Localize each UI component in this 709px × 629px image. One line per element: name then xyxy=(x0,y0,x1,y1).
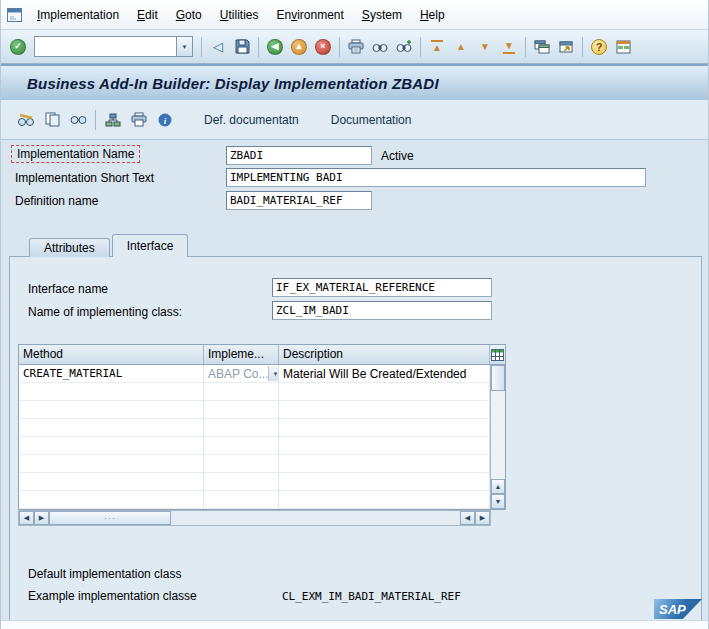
menu-bar: Implementation Edit Goto Utilities Envir… xyxy=(1,0,708,30)
interface-tab-panel: Interface name Name of implementing clas… xyxy=(9,256,702,620)
short-text-field[interactable] xyxy=(226,168,646,187)
horizontal-scroll-thumb[interactable]: ··· xyxy=(49,511,171,525)
find-icon[interactable] xyxy=(368,35,392,59)
new-session-icon[interactable] xyxy=(530,35,554,59)
tab-interface[interactable]: Interface xyxy=(112,234,189,257)
command-field: ▼ xyxy=(34,36,193,57)
scroll-down-button[interactable]: ▼ xyxy=(491,494,505,509)
empty-cell[interactable] xyxy=(204,455,279,473)
vertical-scroll-track[interactable] xyxy=(491,391,505,479)
implementing-class-field[interactable] xyxy=(272,301,492,320)
definition-name-label: Definition name xyxy=(15,192,98,210)
table-horizontal-scrollbar[interactable]: ◀ ▶ ··· ◀ ▶ xyxy=(18,510,491,526)
print-preview-icon[interactable] xyxy=(126,108,152,132)
last-page-icon[interactable]: ▼ xyxy=(497,35,521,59)
empty-cell[interactable] xyxy=(204,473,279,491)
interface-name-label: Interface name xyxy=(28,280,108,298)
method-cell[interactable]: CREATE_MATERIAL xyxy=(19,365,204,383)
toolbar-separator xyxy=(339,37,340,57)
display-object-icon[interactable] xyxy=(65,108,91,132)
empty-cell[interactable] xyxy=(279,473,490,491)
empty-cell[interactable] xyxy=(279,419,490,437)
empty-cell[interactable] xyxy=(19,401,204,419)
tab-strip: Attributes Interface xyxy=(29,234,188,257)
empty-cell[interactable] xyxy=(279,491,490,509)
page-up-icon[interactable]: ▲ xyxy=(449,35,473,59)
interface-name-field[interactable] xyxy=(272,278,492,297)
empty-cell[interactable] xyxy=(279,401,490,419)
toolbar-separator xyxy=(258,37,259,57)
empty-cell[interactable] xyxy=(19,419,204,437)
table-settings-icon[interactable] xyxy=(490,345,505,365)
command-dropdown-icon[interactable]: ▼ xyxy=(176,36,193,57)
nav-back-icon[interactable]: ◀ xyxy=(263,35,287,59)
toolbar-separator xyxy=(95,110,96,130)
vertical-scroll-thumb[interactable] xyxy=(491,365,505,391)
copy-icon[interactable] xyxy=(39,108,65,132)
menu-goto[interactable]: Goto xyxy=(167,5,211,25)
empty-cell[interactable] xyxy=(279,383,490,401)
back-arrow-icon[interactable]: ◁ xyxy=(206,35,230,59)
column-header-method[interactable]: Method xyxy=(19,345,204,365)
def-documentation-button[interactable]: Def. documentatn xyxy=(198,110,305,130)
help-icon[interactable]: ? xyxy=(587,35,611,59)
empty-cell[interactable] xyxy=(19,491,204,509)
hierarchy-icon[interactable] xyxy=(100,108,126,132)
display-change-icon[interactable] xyxy=(13,108,39,132)
implementation-type-dropdown-icon[interactable]: ▼ xyxy=(268,366,279,381)
first-page-icon[interactable]: ▲ xyxy=(425,35,449,59)
empty-cell[interactable] xyxy=(204,383,279,401)
example-implementation-class-label: Example implementation classe xyxy=(28,587,197,605)
description-cell[interactable]: Material Will Be Created/Extended xyxy=(279,365,490,383)
gui-session-icon[interactable] xyxy=(7,8,22,22)
scroll-up-button[interactable]: ▲ xyxy=(491,479,505,494)
empty-cell[interactable] xyxy=(19,455,204,473)
scroll-left-button[interactable]: ◀ xyxy=(19,511,34,525)
nav-cancel-icon[interactable]: × xyxy=(311,35,335,59)
empty-cell[interactable] xyxy=(19,383,204,401)
empty-cell[interactable] xyxy=(204,437,279,455)
save-icon[interactable] xyxy=(230,35,254,59)
scroll-left-button-end[interactable]: ◀ xyxy=(460,511,475,525)
implementation-type-cell[interactable]: ABAP Co... ▼ xyxy=(204,365,279,383)
page-down-icon[interactable]: ▼ xyxy=(473,35,497,59)
scroll-right-button-end[interactable]: ▶ xyxy=(475,511,490,525)
horizontal-scroll-track[interactable]: ··· xyxy=(49,511,460,525)
toolbar-separator xyxy=(420,37,421,57)
find-next-icon[interactable] xyxy=(392,35,416,59)
empty-cell[interactable] xyxy=(204,419,279,437)
menu-utilities[interactable]: Utilities xyxy=(211,5,268,25)
nav-exit-icon[interactable]: ▲ xyxy=(287,35,311,59)
empty-cell[interactable] xyxy=(279,455,490,473)
empty-cell[interactable] xyxy=(19,473,204,491)
create-shortcut-icon[interactable] xyxy=(554,35,578,59)
documentation-button[interactable]: Documentation xyxy=(325,110,418,130)
menu-edit[interactable]: Edit xyxy=(128,5,167,25)
screen-title: Business Add-In Builder: Display Impleme… xyxy=(27,75,439,92)
customize-layout-icon[interactable] xyxy=(611,35,635,59)
default-implementation-class-label: Default implementation class xyxy=(28,565,181,583)
menu-help[interactable]: Help xyxy=(411,5,454,25)
menu-system[interactable]: System xyxy=(353,5,411,25)
menu-environment[interactable]: Environment xyxy=(267,5,352,25)
enter-icon[interactable]: ✓ xyxy=(6,35,30,59)
sap-gui-window: Implementation Edit Goto Utilities Envir… xyxy=(0,0,709,629)
toolbar-separator xyxy=(201,37,202,57)
menu-implementation[interactable]: Implementation xyxy=(28,5,128,25)
empty-cell[interactable] xyxy=(204,401,279,419)
tab-attributes[interactable]: Attributes xyxy=(29,238,110,257)
tab-interface-label: Interface xyxy=(127,239,174,253)
info-icon[interactable]: i xyxy=(152,108,178,132)
title-bar: Business Add-In Builder: Display Impleme… xyxy=(1,64,708,100)
table-vertical-scrollbar[interactable]: ▲ ▼ xyxy=(490,365,505,509)
column-header-description[interactable]: Description xyxy=(279,345,490,365)
implementation-name-field[interactable] xyxy=(226,146,372,165)
scroll-right-button[interactable]: ▶ xyxy=(34,511,49,525)
empty-cell[interactable] xyxy=(204,491,279,509)
print-icon[interactable] xyxy=(344,35,368,59)
command-input[interactable] xyxy=(34,36,176,57)
column-header-implementation-type[interactable]: Impleme... xyxy=(204,345,279,365)
empty-cell[interactable] xyxy=(279,437,490,455)
definition-name-field[interactable] xyxy=(226,191,372,210)
empty-cell[interactable] xyxy=(19,437,204,455)
